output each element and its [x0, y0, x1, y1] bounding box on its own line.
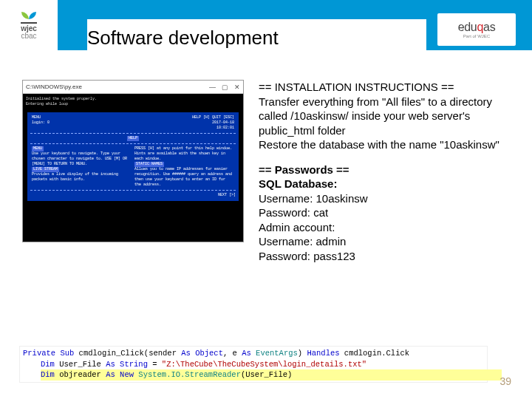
code-snippet: Private Sub cmdlogin_Click(sender As Obj…: [19, 346, 488, 383]
terminal-titlebar: C:\WINDOWS\py.exe — ▢ ✕: [23, 81, 243, 94]
slide-title: Software development: [87, 19, 426, 56]
eduqas-logo-text: eduqas: [458, 21, 496, 34]
leaf-icon: [21, 10, 36, 19]
bb-next: NEXT [>]: [30, 193, 236, 198]
page-number: 39: [499, 375, 511, 387]
admin-label: Admin account:: [259, 221, 335, 233]
slide-content: C:\WINDOWS\py.exe — ▢ ✕ Initialised the …: [0, 50, 532, 281]
code-line-2: Dim User_File As String = "Z:\TheCube\Th…: [41, 359, 484, 370]
sql-password: Password: cat: [259, 206, 328, 219]
install-body: Transfer everything from "All files" to …: [259, 95, 492, 137]
bb-col1-title2: LIVE STREAM: [32, 167, 59, 172]
code-line-1: Private Sub cmdlogin_Click(sender As Obj…: [23, 348, 484, 359]
bb-col1-body2: Provides a live display of the incoming …: [32, 172, 132, 183]
bb-col1-title: MENU: [32, 146, 44, 151]
bb-col2-body2: Allows you to name IP addresses for easi…: [134, 167, 234, 188]
wjec-logo-text-2: cbac: [21, 33, 36, 40]
bb-col1-body: Use your keyboard to navigate. Type your…: [32, 151, 132, 167]
maximize-icon: ▢: [222, 83, 228, 91]
bb-col2-body: PRESS [H] at any point for this help win…: [134, 146, 234, 162]
terminal-screenshot: C:\WINDOWS\py.exe — ▢ ✕ Initialised the …: [22, 80, 244, 242]
install-restore: Restore the database with the name "10as…: [259, 138, 499, 151]
book-icon: [21, 21, 37, 24]
bb-col2-title: STATIC NAMES: [134, 162, 164, 167]
sql-label: SQL Database:: [259, 177, 337, 190]
bb-topright-2: 2017-04-18: [134, 120, 234, 126]
bb-login: login: 0: [32, 120, 132, 126]
close-icon: ✕: [234, 83, 240, 91]
sql-username: Username: 10askinsw: [259, 192, 368, 205]
terminal-body: Initialised the system properly. Enterin…: [23, 94, 243, 109]
bb-help-header: HELP: [127, 136, 139, 141]
admin-username: Username: admin: [259, 235, 346, 248]
pw-header: == Passwords ==: [259, 163, 349, 176]
bb-topright-1: HELP [H] QUIT [ESC]: [134, 115, 234, 120]
eduqas-logo: eduqas Part of WJEC: [437, 13, 516, 46]
wjec-logo: wjec cbac: [0, 0, 58, 50]
bb-topright-3: 10:02:01: [134, 126, 234, 131]
eduqas-logo-sub: Part of WJEC: [463, 34, 490, 38]
bb-menu: MENU: [32, 115, 132, 120]
minimize-icon: —: [209, 83, 216, 91]
admin-password: Password: pass123: [259, 250, 355, 262]
code-line-3: Dim objreader As New System.IO.StreamRea…: [41, 369, 502, 381]
window-controls: — ▢ ✕: [209, 83, 240, 91]
slide-header: wjec cbac Software development eduqas Pa…: [0, 0, 532, 50]
installation-notes: == INSTALLATION INSTRUCTIONS == Transfer…: [259, 80, 510, 273]
term-line: Entering while loop: [26, 102, 240, 107]
terminal-title-text: C:\WINDOWS\py.exe: [26, 83, 82, 90]
terminal-bluebox: MENU login: 0 HELP [H] QUIT [ESC] 2017-0…: [27, 112, 239, 201]
install-header: == INSTALLATION INSTRUCTIONS ==: [259, 81, 454, 93]
